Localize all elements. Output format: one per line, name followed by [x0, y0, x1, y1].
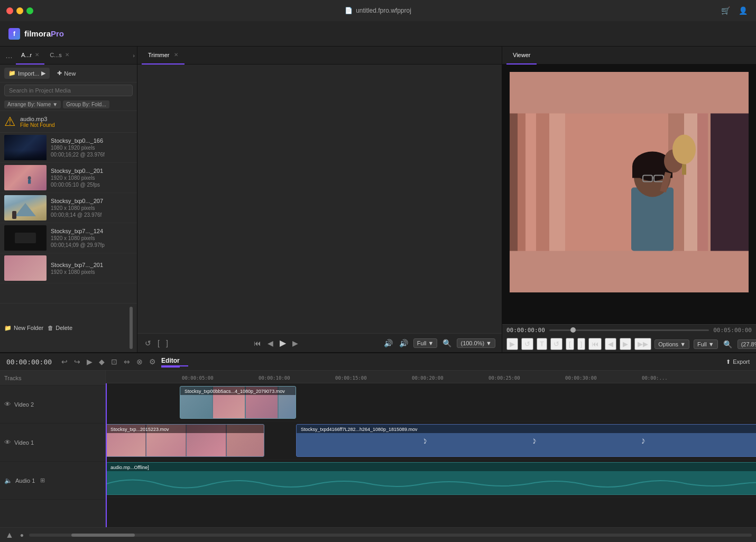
- undo-button[interactable]: ↩: [60, 356, 69, 367]
- time-slider-thumb[interactable]: [570, 327, 576, 333]
- clip-label-a1: audio.mp...Offline]: [106, 463, 756, 471]
- track-row-video1: Stocksy_txp...2015223.mov ♪ ♪ ♪: [106, 421, 756, 460]
- viewer-preview-frame: [510, 72, 749, 292]
- viewer-quality-dropdown[interactable]: Full ▼: [694, 339, 718, 349]
- settings-button[interactable]: ⚙: [148, 356, 157, 367]
- viewer-text-button[interactable]: T: [537, 338, 547, 350]
- delete-button[interactable]: 🗑 Delete: [48, 325, 72, 331]
- mark-in-button[interactable]: [: [156, 338, 161, 348]
- tab-overflow[interactable]: …: [2, 51, 16, 60]
- search-input[interactable]: [4, 85, 133, 96]
- tracks-area[interactable]: 00:00:05:00 00:00:10:00 00:00:15:00 00:0…: [106, 371, 756, 527]
- viewer-zoom-icon[interactable]: 🔍: [722, 339, 733, 350]
- tab-color-close[interactable]: ✕: [65, 52, 69, 58]
- viewer-mark-in-button[interactable]: [: [566, 338, 574, 350]
- viewer-mark-out-button[interactable]: ]: [577, 338, 586, 350]
- new-folder-button[interactable]: 📁 New Folder: [4, 325, 43, 332]
- list-item[interactable]: Stocksy_txp7..._124 1920 x 1080 pixels 0…: [0, 223, 137, 253]
- horizontal-scrollbar[interactable]: [29, 534, 752, 537]
- video2-clip[interactable]: Stocksy_txp00bb5acs...4_1080p_2079073.mo…: [180, 386, 296, 419]
- zoom-icon-trimmer[interactable]: 🔍: [441, 338, 453, 348]
- ruler-mark: 00:00:05:00: [180, 375, 256, 381]
- tab-chevron[interactable]: ›: [133, 52, 135, 59]
- user-icon[interactable]: 👤: [739, 6, 748, 15]
- viewer-prev-button[interactable]: ⏮: [588, 338, 602, 350]
- marker-button[interactable]: ●: [19, 530, 25, 540]
- slip-button[interactable]: ⇔: [123, 356, 131, 367]
- zoom-dropdown[interactable]: (100.0%) ▼: [457, 338, 495, 348]
- tab-assets-close[interactable]: ✕: [35, 52, 39, 58]
- redo-button[interactable]: ↪: [73, 356, 81, 367]
- trimmer-tab-close[interactable]: ✕: [174, 52, 178, 58]
- track-label-audio1[interactable]: 🔈 Audio 1 ⊞: [0, 462, 105, 500]
- magnet-button[interactable]: ⊡: [110, 356, 118, 367]
- audio-expand-icon[interactable]: ⊞: [40, 477, 45, 484]
- speaker-icon-a1[interactable]: 🔈: [4, 477, 12, 484]
- step-back-button[interactable]: ◀: [266, 338, 274, 348]
- close-button[interactable]: [6, 7, 13, 14]
- panel-tabs: … A...r ✕ C...s ✕ ›: [0, 47, 137, 65]
- viewer-zoom-dropdown[interactable]: (27.8%) ▼: [737, 339, 756, 349]
- prev-frame-button[interactable]: ⏮: [253, 338, 262, 348]
- quality-dropdown[interactable]: Full ▼: [413, 338, 438, 348]
- list-item[interactable]: Stocksy_txp0..._166 1080 x 1920 pixels 0…: [0, 133, 137, 163]
- viewer-loop2-button[interactable]: ↺: [550, 338, 563, 350]
- new-button[interactable]: ✚ New: [53, 68, 80, 79]
- track-label-video2[interactable]: 👁 Video 2: [0, 385, 105, 424]
- blade-button[interactable]: ◆: [98, 356, 106, 367]
- time-slider[interactable]: [549, 329, 709, 331]
- trimmer-body: [137, 65, 502, 333]
- media-meta: 1920 x 1080 pixels: [51, 235, 133, 241]
- tab-color-label: C...s: [50, 52, 62, 58]
- ruler-mark: 00:00:...: [640, 375, 716, 381]
- media-item-error[interactable]: ⚠ audio.mp3 File Not Found: [0, 111, 137, 133]
- viewer-options-group: Options ▼ Full ▼ 🔍 (27.8%) ▼: [654, 339, 756, 350]
- scrollbar-thumb[interactable]: [71, 534, 135, 537]
- list-item[interactable]: Stocksy_txp7..._201 1920 x 1080 pixels: [0, 253, 137, 283]
- viewer-tab[interactable]: Viewer: [506, 47, 537, 65]
- video1-clip-2[interactable]: ♪ ♪ ♪ Stocksy_txpd4166ff7L282...h264_108…: [296, 424, 756, 457]
- zoom-out-button[interactable]: ▲: [4, 529, 15, 541]
- maximize-button[interactable]: [26, 7, 33, 14]
- audio-out-button[interactable]: 🔊: [398, 338, 409, 348]
- viewer-options-dropdown[interactable]: Options ▼: [654, 339, 689, 349]
- play-button[interactable]: ▶: [279, 337, 287, 349]
- time-current: 00:00:00:00: [506, 327, 545, 334]
- media-list: ⚠ audio.mp3 File Not Found Stocksy_txp0.…: [0, 111, 137, 303]
- minimize-button[interactable]: [16, 7, 23, 14]
- viewer-step-back-button[interactable]: ◀: [605, 338, 616, 350]
- link-button[interactable]: ⊗: [135, 356, 144, 367]
- track-label-video1[interactable]: 👁 Video 1: [0, 424, 105, 462]
- audio-in-button[interactable]: 🔊: [383, 338, 394, 348]
- step-forward-button[interactable]: ▶: [291, 338, 299, 348]
- viewer-play2-button[interactable]: ▶: [620, 338, 631, 350]
- playhead[interactable]: [106, 383, 107, 527]
- list-item[interactable]: Stocksy_txp0..._201 1920 x 1080 pixels 0…: [0, 163, 137, 193]
- eye-icon-v2[interactable]: 👁: [4, 400, 11, 408]
- viewer-loop-button[interactable]: ↺: [521, 338, 533, 350]
- mark-out-button[interactable]: ]: [165, 338, 169, 348]
- svg-rect-11: [697, 114, 708, 251]
- eye-icon-v1[interactable]: 👁: [4, 438, 11, 446]
- arrange-by-button[interactable]: Arrange By: Name ▼: [4, 100, 61, 108]
- top-section: … A...r ✕ C...s ✕ › 📁 Import... ▶: [0, 47, 756, 353]
- quality-chevron: ▼: [708, 341, 714, 347]
- media-meta: 1920 x 1080 pixels: [51, 175, 133, 181]
- cart-icon[interactable]: 🛒: [721, 6, 730, 15]
- ruler-mark: 00:00:15:00: [333, 375, 410, 381]
- export-icon: ⬆: [726, 359, 731, 365]
- viewer-step-forward-button[interactable]: ▶▶: [634, 338, 651, 350]
- tab-color[interactable]: C...s ✕: [44, 47, 75, 65]
- video1-clip-1[interactable]: Stocksy_txp...2015223.mov: [106, 424, 264, 457]
- import-button[interactable]: 📁 Import... ▶: [4, 68, 50, 79]
- audio1-clip[interactable]: audio.mp...Offline]: [106, 462, 756, 495]
- group-by-button[interactable]: Group By: Fold...: [63, 100, 109, 108]
- viewer-play-button[interactable]: ▶: [506, 338, 518, 350]
- tab-assets[interactable]: A...r ✕: [16, 47, 44, 65]
- pointer-button[interactable]: ▶: [86, 356, 94, 367]
- trimmer-transport: ⏮ ◀ ▶ ▶: [253, 337, 299, 349]
- trimmer-tab[interactable]: Trimmer ✕: [142, 47, 185, 65]
- list-item[interactable]: Stocksy_txp0..._207 1920 x 1080 pixels 0…: [0, 193, 137, 223]
- export-button[interactable]: ⬆ Export: [726, 359, 750, 365]
- loop-button[interactable]: ↺: [144, 338, 152, 348]
